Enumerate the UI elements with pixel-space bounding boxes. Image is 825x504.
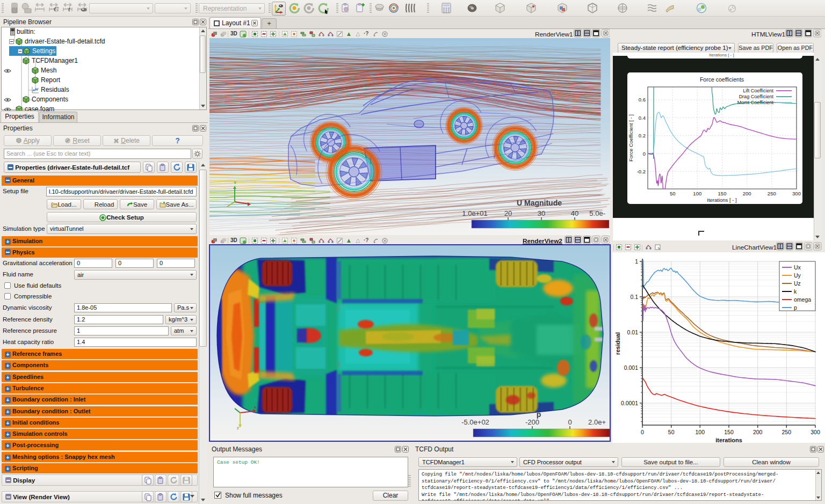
svg-text:50: 50 — [670, 191, 676, 196]
svg-text:Ux: Ux — [794, 264, 801, 271]
svg-text:300: 300 — [810, 429, 820, 435]
svg-text:U Magnitude: U Magnitude — [517, 199, 562, 207]
svg-text:50: 50 — [668, 429, 675, 435]
svg-text:Iterations [ - ]: Iterations [ - ] — [707, 197, 736, 203]
svg-text:residual: residual — [614, 332, 621, 355]
svg-text:1.0e+01: 1.0e+01 — [462, 209, 487, 217]
svg-text:200: 200 — [753, 429, 763, 435]
svg-text:Lift Coefficient: Lift Coefficient — [743, 88, 773, 93]
svg-text:0: 0 — [641, 429, 644, 435]
svg-text:0: 0 — [568, 418, 571, 426]
svg-text:250: 250 — [782, 429, 792, 435]
svg-text:0.6: 0.6 — [639, 97, 646, 103]
svg-text:300: 300 — [792, 191, 801, 196]
svg-text:0.01: 0.01 — [627, 329, 639, 335]
svg-text:Y: Y — [234, 180, 237, 185]
svg-text:omega: omega — [794, 296, 811, 303]
svg-text:200: 200 — [743, 191, 751, 196]
svg-text:p: p — [794, 304, 797, 311]
svg-text:Uy: Uy — [794, 272, 801, 279]
svg-text:0.001: 0.001 — [624, 364, 638, 371]
svg-text:20: 20 — [504, 209, 512, 217]
svg-text:-200: -200 — [525, 418, 539, 426]
svg-text:5.0e-: 5.0e- — [589, 209, 605, 217]
svg-text:0.1: 0.1 — [630, 294, 638, 300]
svg-text:-0.2: -0.2 — [637, 169, 646, 174]
svg-text:Force coefficients: Force coefficients — [700, 76, 744, 83]
svg-text:0: 0 — [643, 151, 646, 157]
svg-text:2.0e+: 2.0e+ — [588, 418, 606, 426]
svg-text:0.2: 0.2 — [639, 133, 646, 138]
svg-text:k: k — [794, 288, 797, 295]
svg-text:p: p — [537, 410, 541, 419]
svg-text:40: 40 — [571, 209, 578, 217]
svg-text:Force Coefficient [ - ]: Force Coefficient [ - ] — [628, 114, 634, 162]
svg-text:150: 150 — [718, 191, 727, 196]
svg-text:t: t — [68, 5, 70, 13]
svg-text:Momt Coefficient: Momt Coefficient — [737, 100, 774, 105]
svg-text:0.0001: 0.0001 — [621, 400, 638, 406]
svg-text:Uz: Uz — [794, 280, 801, 287]
svg-text:100: 100 — [693, 191, 701, 196]
svg-text:250: 250 — [768, 191, 776, 196]
svg-text:1: 1 — [635, 258, 638, 265]
svg-text:100: 100 — [696, 429, 705, 435]
svg-text:30: 30 — [538, 209, 545, 217]
svg-text:0.4: 0.4 — [639, 115, 646, 121]
svg-text:-5.0e+02: -5.0e+02 — [461, 418, 489, 426]
svg-text:iterations: iterations — [715, 437, 742, 443]
svg-text:x: x — [254, 405, 256, 410]
svg-text:Drag Coefficient: Drag Coefficient — [739, 94, 774, 99]
svg-text:C: C — [54, 5, 59, 13]
svg-text:150: 150 — [724, 429, 734, 435]
svg-text:y: y — [237, 425, 239, 430]
